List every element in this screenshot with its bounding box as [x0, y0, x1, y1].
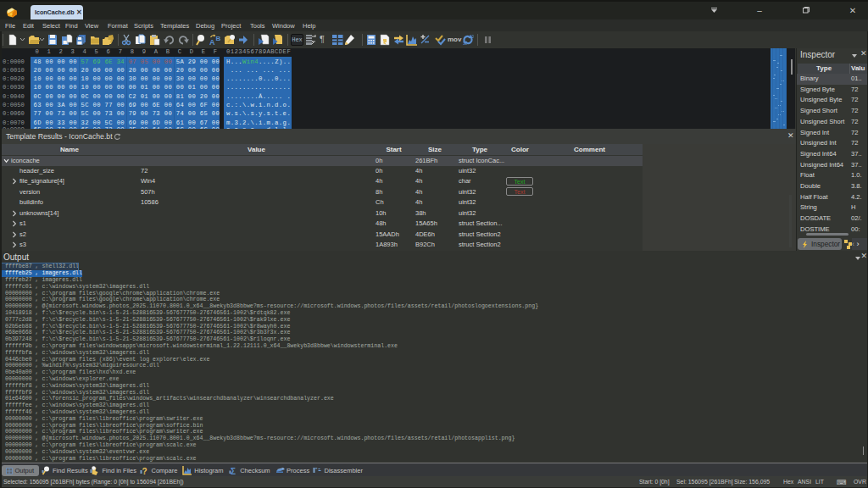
svg-text:Σ: Σ	[231, 466, 236, 475]
svg-text:A: A	[209, 38, 215, 46]
svg-text:?: ?	[142, 466, 147, 475]
svg-text:10: 10	[470, 35, 474, 39]
svg-text:16: 16	[463, 42, 468, 46]
svg-text:”: ”	[315, 467, 317, 473]
svg-text:B: B	[216, 35, 221, 42]
